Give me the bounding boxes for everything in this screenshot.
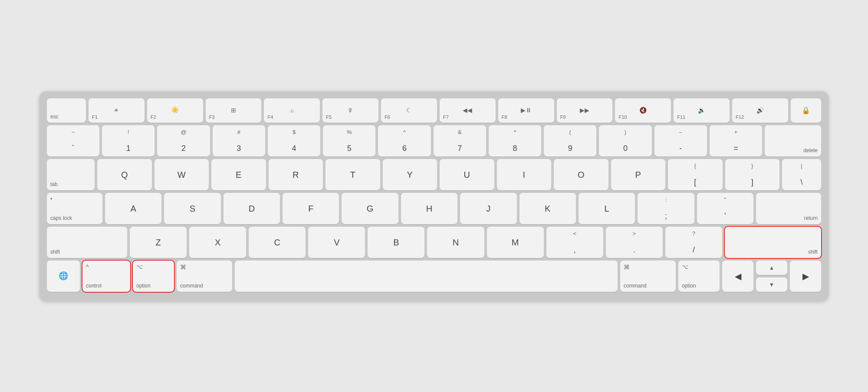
key-slash[interactable]: ? / [665, 227, 722, 258]
key-f3[interactable]: ⊞ F3 [206, 98, 262, 123]
key-p[interactable]: P [611, 159, 666, 190]
key-o[interactable]: O [554, 159, 608, 190]
key-5[interactable]: % 5 [323, 125, 375, 157]
key-option-left[interactable]: ⌥ option [133, 261, 174, 292]
key-6[interactable]: ^ 6 [378, 125, 431, 157]
key-f10[interactable]: 🔇 F10 [615, 98, 671, 123]
modifier-row: 🌐 ^ control ⌥ option ⌘ command ⌘ command… [47, 261, 821, 292]
asdf-row: • caps lock A S D F G H J K L : [47, 193, 821, 224]
key-l[interactable]: L [579, 193, 635, 224]
key-globe[interactable]: 🌐 [47, 261, 80, 292]
key-capslock[interactable]: • caps lock [47, 193, 102, 224]
key-arrow-right[interactable]: ▶ [790, 261, 821, 292]
key-open-bracket[interactable]: { [ [668, 159, 723, 190]
key-semicolon[interactable]: : ; [638, 193, 694, 224]
key-1[interactable]: ! 1 [102, 125, 155, 157]
key-r[interactable]: R [269, 159, 323, 190]
key-f12[interactable]: 🔊 F12 [732, 98, 788, 123]
key-tab[interactable]: tab [47, 159, 95, 190]
keyboard: esc ☀︎ F1 ☀️ F2 ⊞ F3 ⌕ F4 🎙 F5 ☾ F6 ◀◀ F… [39, 91, 829, 301]
key-lock[interactable]: 🔒 [791, 98, 821, 123]
key-f8[interactable]: ▶⏸ F8 [498, 98, 554, 123]
key-0[interactable]: ) 0 [599, 125, 651, 157]
key-f9[interactable]: ▶▶ F9 [557, 98, 613, 123]
qwerty-row: tab Q W E R T Y U I O P [47, 159, 821, 190]
key-arrow-up[interactable]: ▲ [756, 261, 787, 275]
key-close-bracket[interactable]: } ] [725, 159, 780, 190]
key-shift-right[interactable]: shift [725, 227, 821, 258]
key-f5[interactable]: 🎙 F5 [322, 98, 378, 123]
key-command-right[interactable]: ⌘ command [620, 261, 676, 292]
key-u[interactable]: U [440, 159, 494, 190]
key-shift-left[interactable]: shift [47, 227, 127, 258]
key-t[interactable]: T [326, 159, 380, 190]
number-row: ~ ` ! 1 @ 2 # 3 $ 4 % 5 ^ 6 & 7 [47, 125, 821, 157]
key-3[interactable]: # 3 [213, 125, 265, 157]
key-9[interactable]: ( 9 [544, 125, 596, 157]
key-return[interactable]: return [756, 193, 821, 224]
key-f11[interactable]: 🔉 F11 [674, 98, 730, 123]
key-equals[interactable]: + = [710, 125, 762, 157]
key-backslash[interactable]: | \ [782, 159, 821, 190]
key-command-left[interactable]: ⌘ command [177, 261, 232, 292]
key-delete[interactable]: delete [765, 125, 821, 157]
key-i[interactable]: I [497, 159, 552, 190]
key-k[interactable]: K [519, 193, 576, 224]
key-g[interactable]: G [342, 193, 398, 224]
key-m[interactable]: M [487, 227, 544, 258]
key-f4[interactable]: ⌕ F4 [264, 98, 320, 123]
fn-row: esc ☀︎ F1 ☀️ F2 ⊞ F3 ⌕ F4 🎙 F5 ☾ F6 ◀◀ F… [47, 98, 821, 123]
key-z[interactable]: Z [130, 227, 187, 258]
key-f6[interactable]: ☾ F6 [381, 98, 437, 123]
key-f2[interactable]: ☀️ F2 [147, 98, 203, 123]
key-comma[interactable]: < , [546, 227, 603, 258]
key-8[interactable]: * 8 [489, 125, 541, 157]
key-arrow-left[interactable]: ◀ [722, 261, 753, 292]
key-space[interactable] [235, 261, 618, 292]
key-period[interactable]: > . [606, 227, 663, 258]
key-esc[interactable]: esc [47, 98, 86, 123]
key-arrow-down[interactable]: ▼ [756, 278, 787, 292]
zxcv-row: shift Z X C V B N M < , > . [47, 227, 821, 258]
key-h[interactable]: H [401, 193, 457, 224]
key-s[interactable]: S [164, 193, 220, 224]
key-x[interactable]: X [189, 227, 246, 258]
key-a[interactable]: A [105, 193, 161, 224]
key-q[interactable]: Q [97, 159, 152, 190]
key-tilde[interactable]: ~ ` [47, 125, 99, 157]
key-b[interactable]: B [368, 227, 424, 258]
key-quote[interactable]: " ' [697, 193, 753, 224]
key-4[interactable]: $ 4 [268, 125, 320, 157]
key-j[interactable]: J [460, 193, 516, 224]
key-c[interactable]: C [249, 227, 306, 258]
key-f1[interactable]: ☀︎ F1 [89, 98, 145, 123]
key-7[interactable]: & 7 [434, 125, 486, 157]
key-minus[interactable]: – - [654, 125, 707, 157]
key-e[interactable]: E [211, 159, 266, 190]
key-arrows-updown: ▲ ▼ [756, 261, 787, 292]
key-control[interactable]: ^ control [82, 261, 130, 292]
key-d[interactable]: D [224, 193, 280, 224]
key-f7[interactable]: ◀◀ F7 [440, 98, 496, 123]
key-w[interactable]: W [155, 159, 209, 190]
key-2[interactable]: @ 2 [157, 125, 210, 157]
key-n[interactable]: N [427, 227, 484, 258]
key-option-right[interactable]: ⌥ option [678, 261, 720, 292]
key-y[interactable]: Y [383, 159, 437, 190]
key-v[interactable]: V [308, 227, 365, 258]
key-f[interactable]: F [283, 193, 339, 224]
